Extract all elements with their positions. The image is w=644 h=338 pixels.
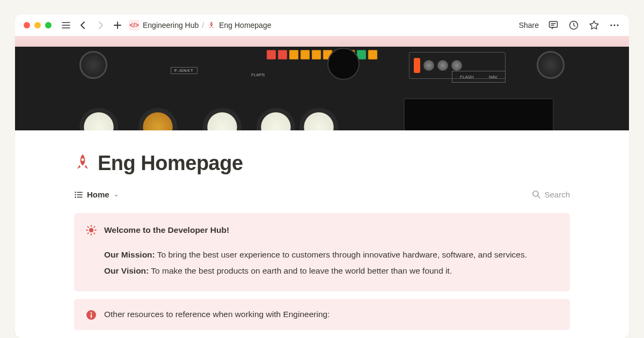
star-icon[interactable] — [588, 19, 600, 31]
maximize-window-button[interactable] — [45, 22, 52, 28]
back-button[interactable] — [77, 19, 89, 31]
gauge — [299, 108, 338, 130]
breadcrumb-separator: / — [202, 21, 204, 30]
chevron-down-icon: ⌄ — [114, 191, 119, 198]
close-window-button[interactable] — [24, 22, 30, 28]
new-page-button[interactable] — [112, 19, 123, 31]
svg-point-9 — [89, 228, 93, 232]
page-title[interactable]: Eng Homepage — [98, 152, 243, 175]
registration-plate: F-GNXT — [171, 67, 197, 74]
svg-point-7 — [75, 196, 76, 197]
title-row: Eng Homepage — [74, 152, 570, 175]
resources-callout[interactable]: Other resources to reference when workin… — [74, 299, 570, 330]
welcome-heading: Welcome to the Developer Hub! — [104, 224, 527, 237]
app-window: </> Engineering Hub / Eng Homepage Share — [15, 14, 629, 338]
svg-point-6 — [75, 194, 76, 195]
resources-text: Other resources to reference when workin… — [104, 310, 330, 319]
compass-gauge — [327, 48, 360, 80]
cockpit-panel: F-GNXT FLAPS FLASHNAV — [15, 47, 629, 130]
code-bracket-icon: </> — [129, 20, 140, 31]
vision-line: Our Vision: To make the best products on… — [104, 264, 527, 277]
sidebar-toggle-icon[interactable] — [60, 19, 72, 31]
info-icon — [86, 310, 97, 320]
flaps-label: FLAPS — [251, 72, 265, 77]
share-button[interactable]: Share — [519, 21, 539, 30]
dark-screen — [404, 98, 554, 130]
gauge — [203, 108, 241, 130]
window-controls — [24, 22, 52, 28]
clock-icon[interactable] — [568, 19, 580, 31]
callout-body: Welcome to the Developer Hub! Our Missio… — [104, 224, 527, 281]
comments-icon[interactable] — [547, 19, 559, 31]
svg-rect-12 — [91, 314, 92, 318]
svg-point-3 — [613, 24, 615, 26]
svg-point-11 — [91, 312, 92, 314]
svg-point-4 — [617, 24, 618, 26]
gauge — [79, 108, 118, 130]
breadcrumb: </> Engineering Hub / Eng Homepage — [129, 20, 514, 31]
view-selector[interactable]: Home ⌄ — [74, 190, 119, 199]
svg-rect-0 — [550, 21, 558, 27]
rocket-icon[interactable] — [74, 155, 91, 172]
search-button[interactable]: Search — [532, 190, 570, 199]
warning-buttons-row — [267, 50, 378, 60]
breadcrumb-current[interactable]: Eng Homepage — [219, 21, 271, 30]
rocket-icon — [207, 21, 216, 30]
knob-left — [79, 51, 107, 79]
mission-line: Our Mission: To bring the best user expe… — [104, 248, 527, 261]
svg-point-5 — [75, 192, 76, 193]
forward-button[interactable] — [94, 19, 106, 31]
search-icon — [532, 190, 541, 199]
flash-nav-panel: FLASHNAV — [452, 71, 506, 83]
topbar-actions: Share — [519, 19, 620, 31]
minimize-window-button[interactable] — [34, 22, 41, 28]
cover-image[interactable]: F-GNXT FLAPS FLASHNAV — [15, 36, 629, 130]
welcome-callout[interactable]: Welcome to the Developer Hub! Our Missio… — [74, 213, 570, 291]
sun-icon — [86, 225, 97, 281]
gauge — [138, 108, 177, 130]
view-name: Home — [87, 190, 109, 199]
topbar: </> Engineering Hub / Eng Homepage Share — [15, 14, 629, 36]
knob-right — [537, 51, 565, 79]
view-tabs-row: Home ⌄ Search — [74, 190, 570, 203]
more-icon[interactable] — [609, 19, 620, 31]
svg-point-2 — [610, 24, 612, 26]
page-content: Eng Homepage Home ⌄ Search Welcome to th… — [15, 130, 629, 330]
breadcrumb-parent[interactable]: Engineering Hub — [143, 21, 199, 30]
gauge — [257, 108, 295, 130]
search-label: Search — [544, 190, 570, 199]
list-icon — [74, 190, 83, 199]
